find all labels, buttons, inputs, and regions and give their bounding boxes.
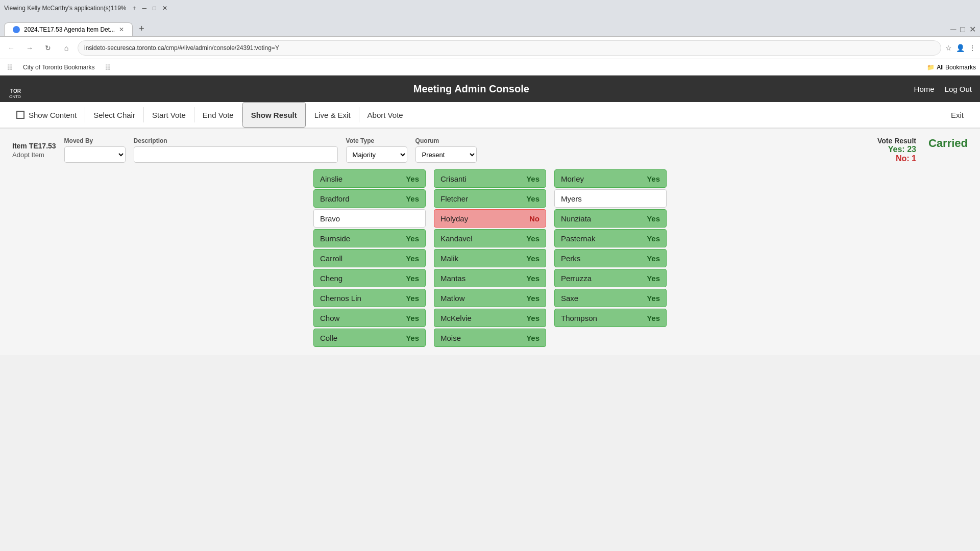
browser-tabbar: 2024.TE17.53 Agenda Item Det... ✕ + ─ □ …: [0, 16, 980, 37]
moved-by-select[interactable]: [64, 146, 126, 163]
url-text: insideto-securesca.toronto.ca/cmp/#/live…: [84, 44, 279, 52]
quorum-select[interactable]: Present: [415, 146, 477, 163]
bookmark-apps[interactable]: ☷: [4, 63, 16, 72]
vote-result-value: Yes: [526, 274, 540, 283]
vote-result-section: Vote Result Yes: 23 No: 1 Carried: [877, 137, 968, 163]
description-input[interactable]: [134, 146, 338, 163]
vote-row: ThompsonYes: [554, 309, 667, 327]
exit-button[interactable]: Exit: [943, 102, 972, 128]
app-logo: TOR ONTO: [8, 79, 29, 99]
quorum-label: Quorum: [415, 137, 477, 144]
browser-controls: 119% + ─ □ ✕: [111, 5, 167, 12]
vote-row: BradfordYes: [313, 189, 426, 208]
vote-member-name: Colle: [320, 334, 406, 342]
browser-tab[interactable]: 2024.TE17.53 Agenda Item Det... ✕: [4, 22, 133, 36]
vote-type-select[interactable]: Majority: [346, 146, 407, 163]
vote-row: PerruzzaYes: [554, 269, 667, 287]
bookmark-star-icon[interactable]: ☆: [945, 44, 952, 52]
moved-by-group: Moved By: [64, 137, 126, 163]
vote-result-value: No: [529, 214, 540, 223]
vote-member-name: Chernos Lin: [320, 294, 406, 303]
vote-row: CrisantiYes: [434, 169, 546, 188]
start-vote-label: Start Vote: [152, 111, 186, 119]
tab-favicon: [13, 26, 20, 33]
live-exit-button[interactable]: Live & Exit: [306, 102, 359, 128]
vote-member-name: Moise: [440, 334, 526, 342]
vote-row: ColleYes: [313, 329, 426, 347]
item-number: Item TE17.53: [12, 142, 56, 150]
vote-result-value: Yes: [647, 174, 660, 183]
vote-member-name: Bravo: [320, 214, 419, 223]
end-vote-label: End Vote: [203, 111, 234, 119]
end-vote-button[interactable]: End Vote: [194, 102, 242, 128]
bookmarks-bar: ☷ City of Toronto Bookmarks ☷ 📁 All Book…: [0, 59, 980, 76]
bookmark-toronto[interactable]: City of Toronto Bookmarks: [20, 63, 98, 72]
moved-by-label: Moved By: [64, 137, 126, 144]
vote-result-value: Yes: [647, 234, 660, 243]
vote-result-value: Yes: [526, 294, 540, 303]
show-content-button[interactable]: Show Content: [8, 102, 85, 128]
vote-member-name: Crisanti: [440, 174, 526, 183]
bookmark-grid[interactable]: ☷: [102, 63, 114, 72]
vote-result-value: Yes: [406, 314, 419, 322]
vote-member-name: Nunziata: [561, 214, 647, 223]
show-result-button[interactable]: Show Result: [242, 102, 306, 128]
menu-icon[interactable]: ⋮: [969, 44, 976, 52]
vote-carried: Carried: [928, 137, 968, 150]
vote-result-value: Yes: [406, 174, 419, 183]
item-action: Adopt Item: [12, 151, 56, 159]
toronto-logo-svg: TOR ONTO: [8, 79, 29, 99]
vote-row: ChengYes: [313, 269, 426, 287]
start-vote-button[interactable]: Start Vote: [144, 102, 194, 128]
all-bookmarks-label[interactable]: All Bookmarks: [937, 64, 976, 71]
vote-member-name: Perruzza: [561, 274, 647, 283]
address-bar[interactable]: insideto-securesca.toronto.ca/cmp/#/live…: [78, 40, 941, 56]
vote-member-name: Fletcher: [440, 194, 526, 203]
select-chair-button[interactable]: Select Chair: [85, 102, 143, 128]
logout-link[interactable]: Log Out: [945, 85, 972, 93]
toolbar: Show Content Select Chair Start Vote End…: [0, 102, 980, 129]
new-tab-button[interactable]: +: [135, 21, 149, 36]
vote-member-name: Cheng: [320, 274, 406, 283]
vote-member-name: Burnside: [320, 234, 406, 243]
select-chair-label: Select Chair: [93, 111, 135, 119]
abort-vote-button[interactable]: Abort Vote: [359, 102, 411, 128]
vote-member-name: Malik: [440, 254, 526, 263]
vote-member-name: Myers: [561, 194, 660, 203]
vote-row: PerksYes: [554, 249, 667, 267]
vote-result-value: Yes: [526, 254, 540, 263]
app-title: Meeting Admin Console: [29, 83, 914, 95]
vote-row: CarrollYes: [313, 249, 426, 267]
tab-close-button[interactable]: ✕: [119, 26, 124, 33]
vote-member-name: Ainslie: [320, 174, 406, 183]
vote-row: MatlowYes: [434, 289, 546, 307]
vote-result-yes: Yes: 23: [888, 145, 916, 154]
home-link[interactable]: Home: [914, 85, 935, 93]
forward-button[interactable]: →: [22, 41, 37, 55]
vote-row: McKelvieYes: [434, 309, 546, 327]
description-group: Description: [134, 137, 338, 163]
content-area: Item TE17.53 Adopt Item Moved By Descrip…: [0, 129, 980, 355]
vote-result-value: Yes: [406, 334, 419, 342]
svg-text:ONTO: ONTO: [9, 94, 21, 99]
vote-column-2: CrisantiYesFletcherYesHolydayNoKandavelY…: [434, 169, 546, 347]
home-button[interactable]: ⌂: [59, 41, 74, 55]
show-content-checkbox[interactable]: [16, 111, 24, 119]
window-minimize[interactable]: ─: [950, 25, 956, 34]
window-maximize[interactable]: □: [960, 25, 965, 34]
zoom-plus-icon[interactable]: +: [133, 5, 136, 12]
vote-result-value: Yes: [526, 174, 540, 183]
browser-titlebar: Viewing Kelly McCarthy's application(s) …: [0, 0, 980, 16]
refresh-button[interactable]: ↻: [41, 41, 55, 55]
profile-icon[interactable]: 👤: [956, 44, 965, 52]
close-icon[interactable]: ✕: [162, 5, 167, 12]
live-exit-label: Live & Exit: [314, 111, 351, 119]
maximize-icon[interactable]: □: [153, 5, 156, 12]
back-button[interactable]: ←: [4, 41, 18, 55]
vote-row: AinslieYes: [313, 169, 426, 188]
minimize-icon[interactable]: ─: [142, 5, 147, 12]
vote-member-name: Perks: [561, 254, 647, 263]
svg-text:TOR: TOR: [10, 88, 21, 94]
titlebar-text: Viewing Kelly McCarthy's application(s): [4, 5, 111, 12]
window-close[interactable]: ✕: [969, 24, 976, 34]
